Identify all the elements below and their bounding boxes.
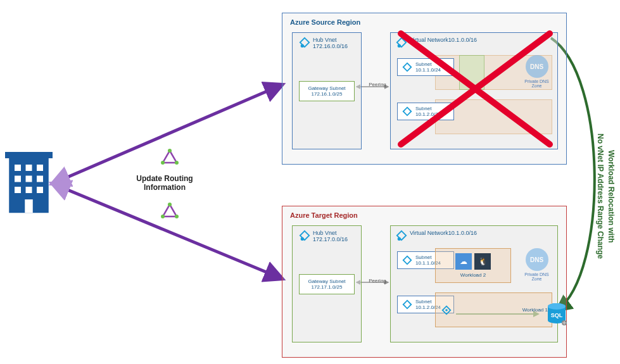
target-region-title: Azure Target Region — [290, 211, 559, 219]
source-crossed-out-icon — [391, 24, 561, 157]
azure-target-region: Azure Target Region Hub Vnet172.17.0.0/1… — [282, 206, 567, 358]
subnet-icon — [402, 254, 413, 266]
source-hub-vnet: Hub Vnet172.16.0.0/16 Gateway Subnet 172… — [292, 32, 362, 149]
svg-point-42 — [548, 303, 566, 310]
target-virtual-network: Virtual Network10.1.0.0/16 Subnet10.1.1.… — [390, 225, 558, 342]
svg-text:SQL: SQL — [551, 312, 563, 318]
vnet-icon — [396, 230, 407, 241]
target-peering-label: Peering — [365, 278, 390, 284]
svg-point-24 — [161, 215, 165, 218]
target-hub-title: Hub Vnet172.17.0.0/16 — [299, 230, 355, 242]
svg-rect-14 — [26, 187, 32, 193]
svg-point-23 — [175, 215, 179, 218]
svg-point-40 — [445, 309, 448, 311]
svg-point-20 — [161, 161, 165, 165]
target-workload-1: Workload 1 — [435, 292, 552, 327]
svg-rect-12 — [37, 176, 43, 182]
route-resolver-icon-upper — [161, 149, 178, 165]
svg-rect-15 — [37, 187, 43, 193]
relocation-side-label: Workload Relocation with No vNet IP Addr… — [595, 95, 616, 298]
target-hub-vnet: Hub Vnet172.17.0.0/16 Gateway Subnet 172… — [292, 225, 362, 342]
svg-rect-8 — [26, 165, 32, 171]
svg-marker-37 — [403, 256, 412, 265]
svg-rect-10 — [15, 176, 21, 182]
svg-point-19 — [175, 161, 179, 165]
vm-linux-icon: 🐧 — [474, 253, 491, 270]
svg-rect-11 — [26, 176, 32, 182]
dns-icon: DNS — [526, 248, 548, 271]
svg-rect-7 — [15, 165, 21, 171]
svg-point-18 — [168, 149, 172, 153]
svg-line-1 — [53, 184, 282, 279]
onprem-building-icon — [5, 152, 53, 215]
sql-database-icon: SQL — [546, 303, 567, 327]
svg-rect-6 — [5, 152, 53, 158]
svg-rect-16 — [25, 199, 33, 213]
private-endpoint-icon — [441, 304, 452, 316]
svg-marker-38 — [403, 301, 412, 309]
route-resolver-icon-lower — [161, 203, 178, 219]
routing-info-label: Update Routing Information — [120, 174, 209, 192]
svg-point-34 — [301, 237, 304, 241]
subnet-icon — [402, 299, 413, 310]
target-workload-2: ☁ 🐧 Workload 2 — [435, 248, 511, 283]
source-gateway-subnet: Gateway Subnet 172.16.1.0/25 — [299, 81, 355, 101]
svg-rect-9 — [37, 165, 43, 171]
svg-line-0 — [53, 85, 282, 184]
vnet-icon — [299, 37, 310, 48]
svg-point-22 — [168, 203, 172, 206]
target-private-dns: DNS Private DNS Zone — [519, 248, 554, 281]
source-peering-label: Peering — [365, 82, 390, 87]
target-gateway-subnet: Gateway Subnet 172.17.1.0/25 — [299, 274, 355, 294]
svg-point-36 — [398, 237, 401, 241]
source-hub-title: Hub Vnet172.16.0.0/16 — [299, 37, 355, 49]
vm-cloud-icon: ☁ — [455, 253, 472, 270]
vnet-icon — [299, 230, 310, 241]
svg-point-26 — [301, 44, 304, 47]
target-vnet-title: Virtual Network10.1.0.0/16 — [396, 230, 552, 241]
svg-rect-13 — [15, 187, 21, 193]
